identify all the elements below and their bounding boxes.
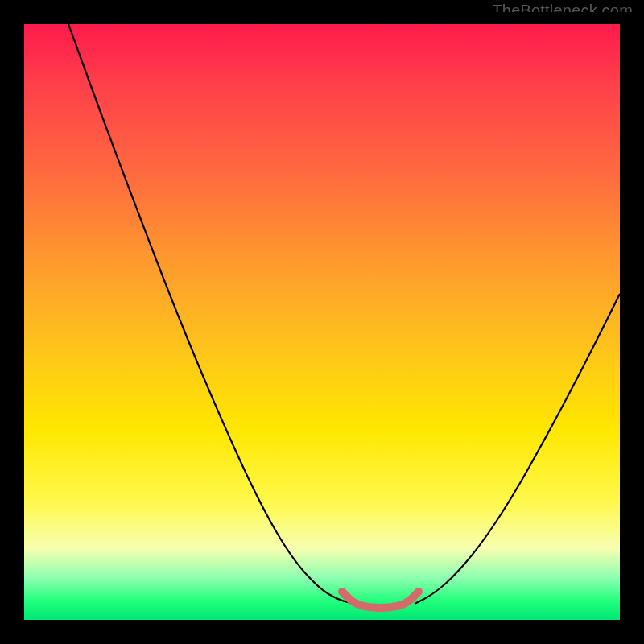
left-curve-path [68,24,354,604]
valley-highlight-path [342,592,419,608]
plot-outer-frame [12,12,632,632]
chart-stage: TheBottleneck.com [0,0,644,644]
right-curve-path [415,294,620,604]
plot-area [24,24,620,620]
chart-svg [24,24,620,620]
